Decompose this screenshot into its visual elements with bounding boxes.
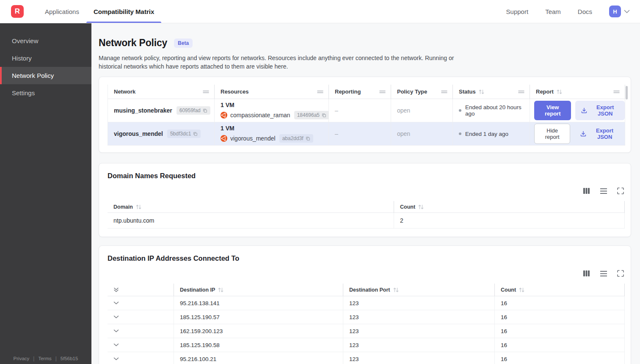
column-handle-icon[interactable] xyxy=(613,90,620,94)
domains-table: Domain Count ntp.ubuntu.com 2 xyxy=(108,201,624,229)
copy-icon[interactable] xyxy=(203,108,207,113)
expand-row-button[interactable] xyxy=(108,338,174,352)
sidebar-footer: Privacy | Terms | 5f56b15 xyxy=(0,356,91,361)
terms-link[interactable]: Terms xyxy=(38,356,51,361)
columns-icon[interactable] xyxy=(583,270,590,277)
policy-type-cell: open xyxy=(391,99,453,122)
column-header-destination-ip: Destination IP xyxy=(174,284,343,296)
column-header-expand-all xyxy=(108,284,174,296)
count-cell: 16 xyxy=(495,338,625,352)
status-dot-icon xyxy=(459,132,461,135)
column-handle-icon[interactable] xyxy=(379,90,386,94)
column-handle-icon[interactable] xyxy=(203,90,209,94)
export-json-button[interactable]: Export JSON xyxy=(575,101,625,120)
nav-link-docs[interactable]: Docs xyxy=(578,8,592,15)
count-cell: 16 xyxy=(495,310,625,324)
avatar[interactable]: H xyxy=(609,6,621,17)
download-icon xyxy=(580,130,587,137)
page-description: Manage network policy, reporting and vie… xyxy=(99,54,469,71)
chevron-down-icon[interactable] xyxy=(624,10,630,14)
topbar-right: Support Team Docs H xyxy=(506,6,640,17)
domain-cell: ntp.ubuntu.com xyxy=(108,213,394,229)
report-cell: Hide report Export JSON xyxy=(530,122,625,146)
expand-icon[interactable] xyxy=(617,188,624,194)
nav-link-support[interactable]: Support xyxy=(506,8,529,15)
networks-table-card: Network Resources Reporting Policy Type xyxy=(99,77,631,153)
sidebar-item-network-policy[interactable]: Network Policy xyxy=(0,67,91,84)
beta-badge: Beta xyxy=(174,39,193,48)
sidebar: Overview History Network Policy Settings… xyxy=(0,23,91,364)
sort-icon[interactable] xyxy=(393,287,399,292)
port-cell: 123 xyxy=(343,352,495,364)
column-header-network: Network xyxy=(108,85,215,99)
expand-row-button[interactable] xyxy=(108,324,174,338)
table-scrollbar[interactable] xyxy=(626,86,628,99)
resource-id-badge: 184696a5 xyxy=(294,111,329,119)
divider: | xyxy=(33,356,34,361)
count-cell: 2 xyxy=(394,213,625,229)
copy-icon[interactable] xyxy=(306,136,310,141)
report-cell: View report Export JSON xyxy=(530,99,625,122)
double-chevron-down-icon[interactable] xyxy=(113,287,119,292)
sort-icon[interactable] xyxy=(418,204,424,210)
view-report-button[interactable]: View report xyxy=(534,101,571,120)
nav-item-applications[interactable]: Applications xyxy=(38,0,86,23)
network-cell: vigorous_mendel 5bdf3dc1 xyxy=(108,122,215,146)
status-cell: Ended about 20 hours ago xyxy=(453,99,530,122)
sort-icon[interactable] xyxy=(136,204,141,210)
sort-icon[interactable] xyxy=(218,287,223,292)
columns-icon[interactable] xyxy=(583,188,590,194)
copy-icon[interactable] xyxy=(322,113,326,118)
row-density-icon[interactable] xyxy=(600,270,607,277)
port-cell: 123 xyxy=(343,324,495,338)
reporting-cell: – xyxy=(329,99,391,122)
status-dot-icon xyxy=(459,109,461,112)
column-header-status: Status xyxy=(453,85,530,99)
sort-icon[interactable] xyxy=(479,89,484,94)
destinations-table: Destination IP Destination Port Count 95… xyxy=(108,284,624,364)
row-density-icon[interactable] xyxy=(600,188,607,194)
page-title: Network Policy xyxy=(99,37,167,49)
network-id-badge: 60959fad xyxy=(177,106,210,115)
column-header-policy-type: Policy Type xyxy=(391,85,453,99)
chevron-down-icon xyxy=(113,315,119,319)
expand-row-button[interactable] xyxy=(108,310,174,324)
expand-row-button[interactable] xyxy=(108,296,174,310)
status-cell: Ended 1 day ago xyxy=(453,122,530,146)
ip-cell: 95.216.138.141 xyxy=(174,296,343,310)
table-toolbar xyxy=(108,188,624,194)
sort-icon[interactable] xyxy=(519,287,524,292)
table-toolbar xyxy=(108,270,624,277)
column-header-report: Report xyxy=(530,85,625,99)
sort-icon[interactable] xyxy=(557,89,562,94)
nav-link-team[interactable]: Team xyxy=(545,8,561,15)
count-cell: 16 xyxy=(495,296,625,310)
copy-icon[interactable] xyxy=(193,132,198,136)
column-handle-icon[interactable] xyxy=(317,90,323,94)
nav-item-compatibility-matrix[interactable]: Compatibility Matrix xyxy=(86,0,161,23)
ip-cell: 95.216.100.21 xyxy=(174,352,343,364)
top-navbar: R Applications Compatibility Matrix Supp… xyxy=(0,0,640,23)
ubuntu-icon xyxy=(221,135,227,142)
expand-row-button[interactable] xyxy=(108,352,174,364)
section-title-destinations: Destination IP Addresses Connected To xyxy=(108,254,624,262)
app-logo[interactable]: R xyxy=(11,5,24,18)
expand-icon[interactable] xyxy=(617,270,624,277)
resources-cell: 1 VM vigorous_mendel aba2dd3f xyxy=(215,122,329,146)
chevron-down-icon xyxy=(113,357,119,361)
column-header-count: Count xyxy=(394,201,625,213)
sidebar-item-history[interactable]: History xyxy=(0,50,91,67)
count-cell: 16 xyxy=(495,352,625,364)
sidebar-item-settings[interactable]: Settings xyxy=(0,84,91,102)
column-handle-icon[interactable] xyxy=(441,90,447,94)
privacy-link[interactable]: Privacy xyxy=(14,356,30,361)
build-id: 5f56b15 xyxy=(61,356,78,361)
chevron-down-icon xyxy=(113,329,119,333)
destinations-card: Destination IP Addresses Connected To De… xyxy=(99,245,631,364)
column-header-count: Count xyxy=(495,284,625,296)
column-handle-icon[interactable] xyxy=(518,90,524,94)
export-json-button[interactable]: Export JSON xyxy=(574,124,625,143)
hide-report-button[interactable]: Hide report xyxy=(534,124,570,144)
sidebar-item-overview[interactable]: Overview xyxy=(0,32,91,50)
download-icon xyxy=(581,107,588,114)
